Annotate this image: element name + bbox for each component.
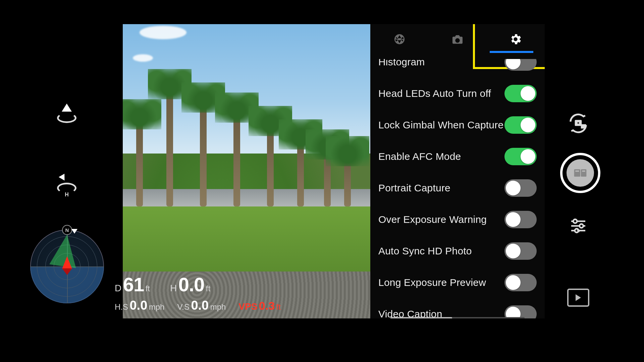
setting-label: Head LEDs Auto Turn off bbox=[378, 88, 491, 99]
arrow-down-icon bbox=[59, 174, 67, 182]
toggle-knob bbox=[521, 118, 535, 132]
compass-radar[interactable]: N bbox=[30, 230, 104, 303]
arrow-up-icon bbox=[62, 104, 72, 112]
setting-label: Enable AFC Mode bbox=[378, 151, 461, 162]
svg-text:M: M bbox=[577, 229, 580, 233]
setting-toggle[interactable] bbox=[504, 116, 537, 134]
shutter-inner bbox=[567, 159, 594, 187]
palm-tree bbox=[200, 103, 207, 206]
telemetry-overlay: D 61 ft H 0.0 ft H.S 0.0 mph V.S 0.0 mph bbox=[115, 273, 281, 313]
setting-toggle[interactable] bbox=[504, 305, 537, 318]
setting-label: Portrait Capture bbox=[378, 182, 450, 194]
sliders-icon: M bbox=[569, 217, 588, 235]
settings-row[interactable]: Long Exposure Preview bbox=[370, 267, 545, 298]
settings-row[interactable]: Head LEDs Auto Turn off bbox=[370, 78, 545, 109]
tab-photo[interactable] bbox=[451, 33, 464, 46]
hspeed-unit: mph bbox=[149, 302, 165, 311]
distance-label: D bbox=[115, 283, 121, 293]
aircraft-heading-icon bbox=[62, 256, 72, 269]
toggle-knob bbox=[506, 212, 521, 227]
vspeed-value: 0.0 bbox=[191, 298, 209, 312]
palm-tree bbox=[267, 126, 274, 206]
tab-general-settings[interactable] bbox=[509, 33, 522, 46]
switch-mode-icon bbox=[568, 113, 589, 134]
setting-toggle[interactable] bbox=[504, 59, 537, 71]
svg-point-11 bbox=[580, 224, 583, 228]
settings-row[interactable]: Lock Gimbal When Capture bbox=[370, 109, 545, 141]
toggle-knob bbox=[506, 59, 521, 69]
switch-photo-video-button[interactable] bbox=[566, 111, 591, 136]
svg-rect-5 bbox=[575, 171, 579, 172]
vspeed-label: V.S bbox=[177, 302, 189, 311]
camera-settings-button[interactable]: M bbox=[566, 213, 591, 239]
palm-tree bbox=[166, 89, 173, 206]
palm-tree bbox=[344, 156, 351, 206]
vspeed-unit: mph bbox=[210, 302, 226, 311]
home-h-label: H bbox=[65, 192, 69, 198]
grass-backdrop bbox=[123, 206, 370, 271]
camera-settings-panel: HistogramHead LEDs Auto Turn offLock Gim… bbox=[370, 24, 545, 318]
toggle-knob bbox=[506, 181, 521, 195]
settings-row[interactable]: Over Exposure Warning bbox=[370, 204, 545, 235]
setting-label: Over Exposure Warning bbox=[378, 214, 487, 225]
height-unit: ft bbox=[206, 284, 210, 293]
cloud bbox=[140, 26, 186, 39]
gear-icon bbox=[509, 33, 522, 46]
return-home-button[interactable]: H bbox=[57, 178, 76, 198]
toggle-knob bbox=[506, 307, 521, 318]
aperture-icon bbox=[393, 33, 406, 45]
settings-row[interactable]: Histogram bbox=[370, 59, 545, 78]
playback-button[interactable] bbox=[566, 285, 591, 310]
palm-tree bbox=[233, 113, 240, 206]
compass-north-label: N bbox=[62, 225, 72, 235]
setting-toggle[interactable] bbox=[504, 179, 537, 197]
tab-exposure[interactable] bbox=[393, 33, 406, 46]
vps-label: VPS bbox=[238, 301, 257, 312]
svg-rect-2 bbox=[582, 125, 585, 128]
palm-tree bbox=[297, 139, 304, 206]
settings-tab-bar bbox=[370, 24, 545, 54]
setting-label: Histogram bbox=[378, 59, 425, 68]
svg-rect-4 bbox=[581, 169, 587, 177]
scroll-indicator bbox=[390, 317, 525, 318]
height-value: 0.0 bbox=[178, 274, 205, 295]
takeoff-button[interactable] bbox=[57, 108, 76, 128]
setting-toggle[interactable] bbox=[504, 211, 537, 228]
setting-label: Long Exposure Preview bbox=[378, 277, 486, 288]
north-pointer-icon bbox=[71, 229, 77, 234]
settings-row[interactable]: Video Caption bbox=[370, 298, 545, 318]
settings-list[interactable]: HistogramHead LEDs Auto Turn offLock Gim… bbox=[370, 59, 545, 318]
toggle-knob bbox=[506, 275, 521, 290]
vps-unit: ft bbox=[276, 302, 281, 311]
svg-rect-3 bbox=[574, 169, 580, 177]
svg-rect-6 bbox=[582, 171, 585, 172]
toggle-knob bbox=[521, 86, 535, 101]
cloud bbox=[133, 54, 153, 62]
setting-toggle[interactable] bbox=[504, 274, 537, 291]
distance-value: 61 bbox=[123, 274, 144, 295]
right-control-column: M bbox=[558, 0, 598, 362]
play-icon bbox=[567, 289, 589, 307]
settings-row[interactable]: Auto Sync HD Photo bbox=[370, 235, 545, 267]
setting-toggle[interactable] bbox=[504, 242, 537, 260]
app-root: H N D 61 ft H 0.0 ft bbox=[0, 0, 644, 362]
hspeed-value: 0.0 bbox=[129, 298, 147, 312]
toggle-knob bbox=[521, 149, 535, 164]
svg-point-1 bbox=[577, 121, 580, 125]
active-tab-indicator bbox=[490, 51, 533, 53]
shutter-button[interactable] bbox=[560, 153, 600, 193]
height-label: H bbox=[170, 283, 177, 293]
setting-toggle[interactable] bbox=[504, 148, 537, 165]
takeoff-icon bbox=[57, 113, 76, 123]
setting-label: Lock Gimbal When Capture bbox=[378, 119, 503, 131]
settings-row[interactable]: Portrait Capture bbox=[370, 172, 545, 204]
aeb-icon bbox=[573, 166, 588, 180]
setting-label: Auto Sync HD Photo bbox=[378, 245, 472, 257]
svg-point-10 bbox=[573, 219, 577, 223]
hspeed-label: H.S bbox=[115, 302, 128, 311]
settings-row[interactable]: Enable AFC Mode bbox=[370, 141, 545, 172]
distance-unit: ft bbox=[146, 284, 150, 293]
toggle-knob bbox=[506, 244, 521, 258]
camera-icon bbox=[451, 33, 464, 45]
setting-toggle[interactable] bbox=[504, 85, 537, 102]
